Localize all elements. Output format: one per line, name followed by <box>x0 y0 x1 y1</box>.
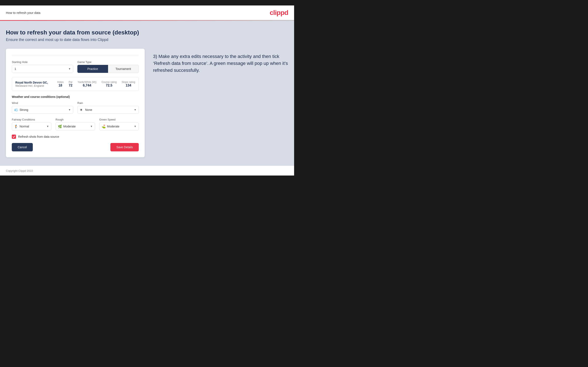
partial-top <box>12 55 139 56</box>
rough-select-wrapper[interactable]: 🌿 Moderate Light Heavy ▼ <box>55 122 95 130</box>
wind-select[interactable]: Strong Light None <box>12 106 73 114</box>
holes-value: 18 <box>59 83 62 87</box>
page-heading: How to refresh your data from source (de… <box>6 29 288 36</box>
weather-section-title: Weather and course conditions (optional) <box>12 95 139 99</box>
footer: Copyright Clippd 2022 <box>0 166 294 175</box>
button-row: Cancel Save Details <box>12 143 139 151</box>
course-location: Westward Ho!, England <box>15 84 48 87</box>
game-type-group: Game Type Practice Tournament <box>77 60 139 73</box>
refresh-checkbox-row: Refresh shots from data source <box>12 134 139 139</box>
page-subheading: Ensure the correct and most up to date d… <box>6 38 288 42</box>
green-speed-select-wrapper[interactable]: ⛳ Moderate Slow Fast ▼ <box>99 122 139 130</box>
course-info: Royal North Devon GC, Westward Ho!, Engl… <box>15 81 48 87</box>
course-stats: Holes 18 Par 72 Yards/White (M)) 6,744 C… <box>57 81 135 87</box>
yards-value: 6,744 <box>83 83 91 87</box>
rain-select-wrapper[interactable]: ☀ None Light Heavy ▼ <box>77 106 139 114</box>
content-area: Starting Hole 1 10 ▼ Game Type Practice … <box>6 49 288 157</box>
slope-rating-value: 134 <box>126 83 131 87</box>
fairway-label: Fairway Conditions <box>12 118 51 121</box>
wind-group: Wind 💨 Strong Light None ▼ <box>12 101 73 114</box>
instruction-text: 3) Make any extra edits necessary to the… <box>153 53 288 74</box>
par-value: 72 <box>69 83 72 87</box>
top-bar <box>0 0 294 5</box>
slope-rating-label: Slope rating <box>122 81 135 83</box>
course-card: Royal North Devon GC, Westward Ho!, Engl… <box>12 77 139 91</box>
fairway-select-wrapper[interactable]: 🏌 Normal Soft Firm ▼ <box>12 122 51 130</box>
par-stat: Par 72 <box>69 81 72 87</box>
header-title: How to refresh your data <box>6 11 40 15</box>
header: How to refresh your data clippd <box>0 5 294 20</box>
game-type-label: Game Type <box>77 60 139 64</box>
rough-label: Rough <box>55 118 95 121</box>
starting-hole-group: Starting Hole 1 10 ▼ <box>12 60 73 73</box>
course-rating-label: Course rating <box>102 81 117 83</box>
save-button[interactable]: Save Details <box>110 143 139 151</box>
fairway-rough-green-row: Fairway Conditions 🏌 Normal Soft Firm ▼ … <box>12 118 139 130</box>
practice-button[interactable]: Practice <box>77 65 108 73</box>
checkmark-icon <box>12 135 15 138</box>
holes-label: Holes <box>57 81 64 83</box>
course-rating-stat: Course rating 72.5 <box>102 81 117 87</box>
wind-select-wrapper[interactable]: 💨 Strong Light None ▼ <box>12 106 73 114</box>
fairway-group: Fairway Conditions 🏌 Normal Soft Firm ▼ <box>12 118 51 130</box>
green-speed-label: Green Speed <box>99 118 139 121</box>
footer-text: Copyright Clippd 2022 <box>6 169 33 172</box>
cancel-button[interactable]: Cancel <box>12 143 33 151</box>
fairway-select[interactable]: Normal Soft Firm <box>12 123 51 130</box>
instruction-panel: 3) Make any extra edits necessary to the… <box>153 49 288 74</box>
holes-stat: Holes 18 <box>57 81 64 87</box>
form-panel: Starting Hole 1 10 ▼ Game Type Practice … <box>6 49 145 157</box>
green-speed-group: Green Speed ⛳ Moderate Slow Fast ▼ <box>99 118 139 130</box>
slope-rating-stat: Slope rating 134 <box>122 81 135 87</box>
rain-select[interactable]: None Light Heavy <box>78 106 138 114</box>
green-speed-select[interactable]: Moderate Slow Fast <box>99 123 138 130</box>
refresh-checkbox[interactable] <box>12 134 16 139</box>
starting-hole-select[interactable]: 1 10 <box>12 65 73 73</box>
course-name: Royal North Devon GC, <box>15 81 48 84</box>
starting-hole-select-wrapper[interactable]: 1 10 ▼ <box>12 65 73 73</box>
wind-rain-row: Wind 💨 Strong Light None ▼ Rain ☀ <box>12 101 139 114</box>
logo: clippd <box>270 9 288 17</box>
main-content: How to refresh your data from source (de… <box>0 21 294 166</box>
yards-label: Yards/White (M)) <box>78 81 96 83</box>
refresh-label: Refresh shots from data source <box>18 135 59 138</box>
par-label: Par <box>69 81 72 83</box>
yards-stat: Yards/White (M)) 6,744 <box>78 81 96 87</box>
rain-group: Rain ☀ None Light Heavy ▼ <box>77 101 139 114</box>
starting-hole-game-type-row: Starting Hole 1 10 ▼ Game Type Practice … <box>12 60 139 73</box>
course-rating-value: 72.5 <box>106 83 112 87</box>
tournament-button[interactable]: Tournament <box>108 65 139 73</box>
starting-hole-label: Starting Hole <box>12 60 73 64</box>
wind-label: Wind <box>12 101 73 105</box>
game-type-buttons: Practice Tournament <box>77 65 139 73</box>
rough-group: Rough 🌿 Moderate Light Heavy ▼ <box>55 118 95 130</box>
rain-label: Rain <box>77 101 139 105</box>
rough-select[interactable]: Moderate Light Heavy <box>56 123 95 130</box>
